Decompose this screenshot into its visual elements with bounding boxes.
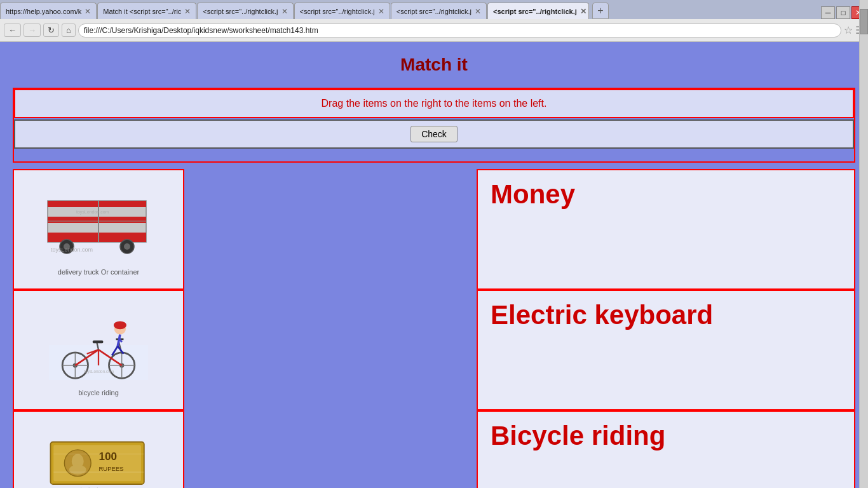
svg-text:toysLondon.com: toysLondon.com <box>76 210 109 215</box>
bicycle-image: toysLondon.com <box>44 304 153 386</box>
tab-label: <script src="../rightclick.j <box>300 8 375 15</box>
watermark: toysLondon.com <box>51 247 93 253</box>
svg-point-9 <box>124 243 130 250</box>
svg-rect-25 <box>93 341 104 344</box>
money-image: 100 RUPEES toysLondon.com <box>44 424 153 488</box>
card-inner: 100 RUPEES toysLondon.com money <box>14 412 183 488</box>
svg-text:toysLondon.com: toysLondon.com <box>84 369 114 374</box>
refresh-button[interactable]: ↻ <box>43 24 59 37</box>
tab-bar: https://help.yahoo.com/k ✕ Match it <scr… <box>0 0 868 19</box>
plus-icon: + <box>597 5 603 17</box>
bicycle-caption: bicycle riding <box>78 389 119 396</box>
instruction-container: Drag the items on the right to the items… <box>13 88 855 163</box>
tab-yahoo[interactable]: https://help.yahoo.com/k ✕ <box>0 3 97 19</box>
browser-chrome: https://help.yahoo.com/k ✕ Match it <scr… <box>0 0 868 42</box>
right-column: Money Electric keyboard Bicycle riding <box>477 169 855 488</box>
tab-rightclick3[interactable]: <script src="../rightclick.j ✕ <box>391 3 487 19</box>
svg-point-29 <box>114 321 126 329</box>
truck-caption: delivery truck Or container <box>58 268 139 276</box>
bookmark-icon[interactable]: ☆ <box>844 24 853 36</box>
match-area: toysLondon.com toysLondon.com delivery t… <box>13 169 855 488</box>
close-icon[interactable]: ✕ <box>475 7 481 16</box>
svg-rect-2 <box>48 217 146 223</box>
label-money: Money <box>491 180 575 209</box>
scrollbar[interactable] <box>859 0 868 488</box>
left-column: toysLondon.com toysLondon.com delivery t… <box>13 169 184 488</box>
money-svg: 100 RUPEES toysLondon.com <box>46 436 151 489</box>
truck-svg: toysLondon.com <box>44 194 153 255</box>
tab-label: <script src="../rightclick.j <box>397 8 471 15</box>
tab-rightclick2[interactable]: <script src="../rightclick.j ✕ <box>294 3 390 19</box>
image-card-money[interactable]: 100 RUPEES toysLondon.com money <box>13 410 184 488</box>
minimize-button[interactable]: ─ <box>821 6 835 19</box>
truck-image: toysLondon.com toysLondon.com <box>44 183 153 266</box>
tab-rightclick1[interactable]: <script src="../rightclick.j ✕ <box>197 3 293 19</box>
card-inner: toysLondon.com bicycle riding <box>14 291 183 409</box>
text-card-bicycle-riding[interactable]: Bicycle riding <box>477 410 855 488</box>
maximize-button[interactable]: □ <box>836 6 850 19</box>
new-tab-button[interactable]: + <box>592 3 609 19</box>
page-title: Match it <box>13 55 855 75</box>
image-card-bicycle[interactable]: toysLondon.com bicycle riding <box>13 290 184 410</box>
instruction-text: Drag the items on the right to the items… <box>14 89 854 118</box>
close-icon[interactable]: ✕ <box>85 7 91 16</box>
svg-text:RUPEES: RUPEES <box>98 465 123 472</box>
home-button[interactable]: ⌂ <box>62 24 76 37</box>
check-container: Check <box>14 119 854 149</box>
card-inner: toysLondon.com toysLondon.com delivery t… <box>14 170 183 288</box>
address-bar[interactable] <box>78 24 841 37</box>
text-card-money[interactable]: Money <box>477 169 855 290</box>
svg-point-39 <box>69 464 86 474</box>
text-card-electric-keyboard[interactable]: Electric keyboard <box>477 290 855 410</box>
tab-label: <script src="../rightclick.j <box>203 8 278 15</box>
svg-rect-1 <box>48 201 146 207</box>
scrollbar-thumb[interactable] <box>860 9 868 34</box>
bicycle-svg: toysLondon.com <box>48 310 149 380</box>
close-icon[interactable]: ✕ <box>281 7 288 16</box>
page-content: Match it Drag the items on the right to … <box>0 42 868 488</box>
tab-matchit[interactable]: Match it <script src="../ric ✕ <box>97 3 196 19</box>
tab-label: Match it <script src="../ric <box>103 8 181 15</box>
drop-zone-area <box>197 169 388 488</box>
tab-label: https://help.yahoo.com/k <box>6 8 81 15</box>
svg-text:100: 100 <box>98 451 117 463</box>
check-button[interactable]: Check <box>410 126 458 142</box>
forward-button[interactable]: → <box>24 24 41 37</box>
close-icon[interactable]: ✕ <box>184 7 191 16</box>
label-bicycle-riding: Bicycle riding <box>491 421 665 451</box>
nav-bar: ← → ↻ ⌂ ☆ ☰ <box>0 19 868 42</box>
tab-rightclick4-active[interactable]: <script src="../rightclick.j ✕ <box>487 3 589 19</box>
label-electric-keyboard: Electric keyboard <box>491 301 713 330</box>
tab-label: <script src="../rightclick.j <box>493 8 577 15</box>
image-card-truck[interactable]: toysLondon.com toysLondon.com delivery t… <box>13 169 184 290</box>
close-icon[interactable]: ✕ <box>378 7 384 16</box>
close-icon[interactable]: ✕ <box>580 7 587 16</box>
back-button[interactable]: ← <box>4 24 21 37</box>
